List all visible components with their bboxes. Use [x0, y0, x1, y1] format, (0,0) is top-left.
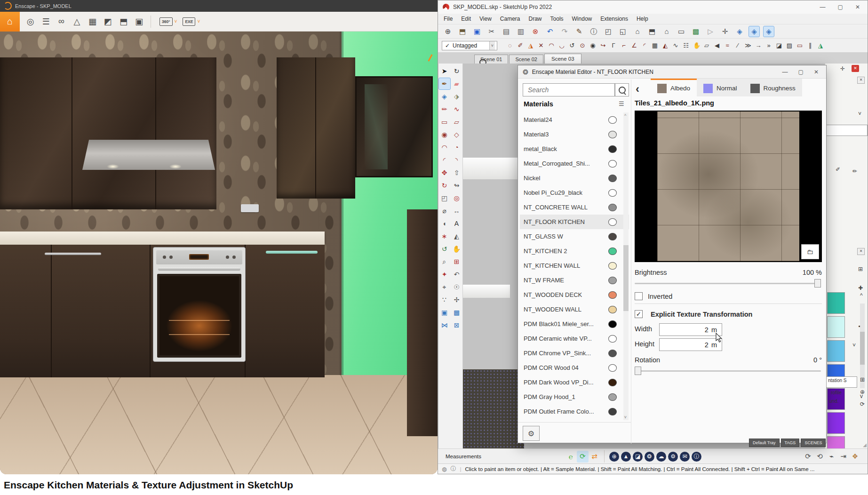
material-item[interactable]: NT_FLOOR KITCHEN [520, 215, 629, 229]
eraser-icon[interactable]: ✐ [836, 166, 840, 173]
tag-tool[interactable]: ⬗ [451, 91, 462, 102]
resize-grip[interactable]: ◢ [863, 442, 867, 447]
back-view-icon[interactable]: ⬒ [647, 26, 657, 37]
offset-tool[interactable]: ◎ [451, 192, 462, 204]
component-tool[interactable]: ◈ [439, 91, 450, 102]
tray-clipped-field[interactable]: ntation S [826, 376, 857, 388]
material-item[interactable]: PDM Chrome VP_Sink... [520, 346, 629, 360]
circle-tool-icon[interactable]: ◠ [548, 42, 555, 49]
corner-box-tool-icon[interactable]: ◪ [776, 42, 782, 49]
material-item[interactable]: Material3 [520, 127, 629, 142]
home-button[interactable]: ⌂ [0, 12, 20, 32]
chevron-down-icon[interactable]: ˅ [489, 41, 495, 50]
menu-item[interactable]: Edit [461, 16, 471, 22]
tray-tab[interactable]: SCENES [801, 439, 826, 447]
wireframe-icon[interactable]: ◈ [764, 26, 774, 37]
material-item[interactable]: Metal_Corrogated_Shi... [520, 156, 629, 171]
rotate-tool[interactable]: ↻ [439, 180, 450, 191]
axes-icon[interactable]: ✛ [720, 26, 730, 37]
maximize-button[interactable]: ▢ [798, 69, 804, 75]
material-item[interactable]: PDM Outlet Frame Colo... [520, 404, 629, 419]
pushpull-tool-icon[interactable]: ↪ [600, 42, 606, 49]
stack-tool-icon[interactable]: ☷ [683, 42, 689, 49]
live-update-icon[interactable]: ⟳ [577, 451, 589, 463]
arc-tool-icon[interactable]: ◮ [527, 42, 534, 49]
material-item[interactable]: PDM Dark Wood VP_Di... [520, 375, 629, 390]
video-editor-icon[interactable]: ◩ [100, 16, 116, 27]
chevron-down-icon[interactable]: ˅ [175, 19, 177, 24]
back-chevron-icon[interactable]: ‹ [636, 82, 639, 96]
curve-tool-icon[interactable]: ◜ [641, 42, 648, 49]
menu-item[interactable]: Tools [550, 16, 564, 22]
extension-cube-icon[interactable]: ❖ [849, 451, 861, 463]
batch-export-icon[interactable]: ▣ [131, 16, 147, 27]
top-view-icon[interactable]: ◱ [618, 26, 628, 37]
brightness-slider[interactable] [635, 283, 821, 284]
front-view-icon[interactable]: ⌂ [632, 26, 643, 37]
plane-tool-icon[interactable]: ▱ [703, 42, 710, 49]
materials-scrollbar-thumb[interactable] [623, 245, 629, 311]
rotation-slider-thumb[interactable] [635, 367, 641, 375]
polygon-tool[interactable]: ◇ [451, 129, 462, 140]
scene-tab[interactable]: Scene 03 [544, 54, 581, 64]
delete-icon[interactable]: ⊗ [530, 26, 541, 37]
material-item[interactable]: NT_KITCHEN 2 [520, 244, 629, 258]
zoom-extents-tool[interactable]: ✦ [439, 269, 450, 280]
menu-item[interactable]: Window [572, 16, 592, 22]
angle-tool-icon[interactable]: ⌐ [621, 42, 627, 49]
material-settings-button[interactable]: ⚙ [523, 426, 540, 441]
about-icon[interactable]: ⓘ [692, 452, 701, 462]
freehand-tool[interactable]: ∿ [451, 104, 462, 115]
menu-item[interactable]: Camera [500, 16, 520, 22]
search-input[interactable] [527, 86, 611, 94]
menu-item[interactable]: Draw [529, 16, 542, 22]
menu-item[interactable]: View [479, 16, 492, 22]
asset-library-icon[interactable]: ▦ [85, 16, 100, 27]
material-item[interactable]: NT_WOODEN WALL [520, 302, 629, 317]
sandbox-tool-icon[interactable]: ◮ [817, 42, 824, 49]
inverted-checkbox[interactable] [635, 292, 643, 300]
enscape-logo-icon[interactable]: ℮ [565, 451, 577, 463]
tag-dropdown[interactable]: ✓ Untagged ˅ [442, 41, 497, 50]
open-icon[interactable]: ⬒ [457, 26, 468, 37]
ripple-tool-icon[interactable]: ≈ [724, 42, 731, 49]
geolocation-status-icon[interactable]: ◍ [442, 466, 446, 472]
panel-close-icon[interactable]: ✕ [857, 77, 865, 84]
menu-item[interactable]: Help [637, 16, 648, 22]
arrows-tool-icon[interactable]: ≫ [745, 42, 751, 49]
push-pull-tool[interactable]: ⇧ [451, 167, 462, 178]
settings-icon[interactable]: ⚙ [668, 452, 678, 462]
rotated-rectangle-tool[interactable]: ▱ [451, 116, 462, 128]
slice-tool-icon[interactable]: ∕ [734, 42, 741, 49]
enscape-render-viewport[interactable] [0, 32, 438, 474]
maximize-button[interactable]: ▢ [838, 4, 843, 10]
frame-tool-icon[interactable]: ▭ [796, 42, 803, 49]
save-icon[interactable]: ▣ [472, 26, 482, 37]
cut-icon[interactable]: ✂ [486, 26, 497, 37]
zoom-window-tool[interactable]: ⊞ [451, 256, 462, 267]
eraser-icon[interactable]: ✏ [852, 168, 857, 175]
circle-tool[interactable]: ◉ [439, 129, 450, 140]
color-swatch[interactable] [827, 292, 845, 314]
close-button[interactable]: ✕ [814, 69, 819, 75]
explicit-transform-checkbox[interactable]: ✓ [635, 310, 643, 318]
undo-icon[interactable]: ↶ [545, 26, 555, 37]
export-tool-icon[interactable]: → [755, 42, 762, 49]
axes-tool[interactable]: ∗ [439, 231, 450, 242]
synchronize-icon[interactable]: ⇄ [589, 451, 600, 463]
corner-tool-icon[interactable]: Γ [610, 42, 617, 49]
screenshot-export-icon[interactable]: ⬒ [116, 16, 131, 27]
minimize-button[interactable]: — [820, 4, 826, 10]
material-item[interactable]: Material24 [520, 112, 629, 127]
hatch-tool-icon[interactable]: ▨ [786, 42, 793, 49]
copy-icon[interactable]: ▤ [501, 26, 511, 37]
export-icon[interactable]: ⇥ [837, 451, 849, 463]
shadow-icon[interactable]: ▷ [705, 26, 716, 37]
chevrons-tool-icon[interactable]: » [765, 42, 772, 49]
section-plane-tool[interactable]: ▣ [439, 307, 450, 318]
x-ray-icon[interactable]: ◈ [734, 26, 745, 37]
paint-bucket-tool[interactable]: ✒ [439, 78, 450, 89]
material-item[interactable]: PDM Gray Hood_1 [520, 390, 629, 404]
move-tool[interactable]: ✥ [439, 167, 450, 178]
chevron-down-icon[interactable]: ˅ [197, 19, 200, 24]
